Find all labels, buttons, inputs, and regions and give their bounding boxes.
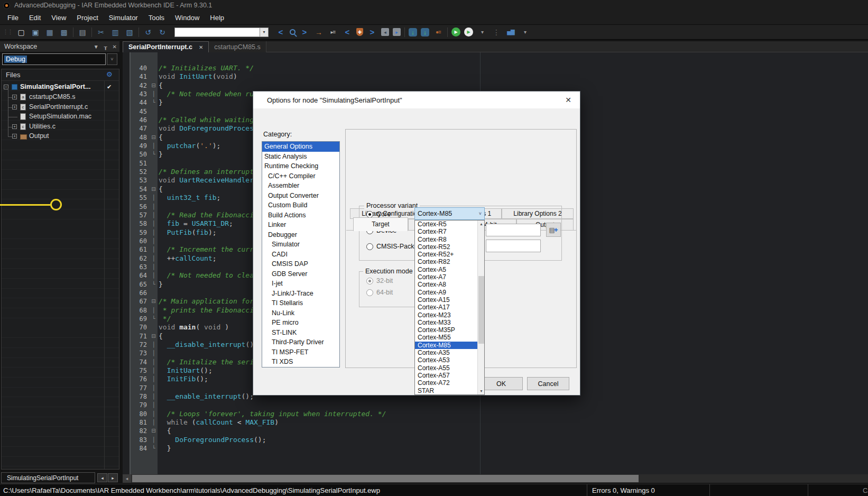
breakpoint-cell[interactable] xyxy=(123,107,131,116)
menu-window[interactable]: Window xyxy=(170,11,205,24)
workspace-config-chevron-icon[interactable]: ˅ xyxy=(107,53,117,65)
cut-icon[interactable]: ✂ xyxy=(96,26,106,38)
step-list-icon[interactable]: ▸≡ xyxy=(328,26,338,38)
breakpoint-cell[interactable] xyxy=(123,332,131,341)
prev-statement-icon[interactable]: < xyxy=(342,26,353,38)
breakpoint-cell[interactable] xyxy=(123,228,131,237)
category-item[interactable]: Linker xyxy=(262,220,339,230)
copy-icon[interactable]: ▥ xyxy=(110,26,121,38)
breakpoint-cell[interactable] xyxy=(123,315,131,323)
category-item[interactable]: Custom Build xyxy=(262,200,339,210)
breakpoint-cell[interactable] xyxy=(123,280,131,289)
fold-marker[interactable]: ⊟ xyxy=(150,297,158,306)
breakpoint-cell[interactable] xyxy=(123,168,131,176)
paste-icon[interactable]: ▧ xyxy=(124,26,135,38)
redo-icon[interactable]: ↻ xyxy=(157,26,168,38)
breakpoint-cell[interactable] xyxy=(123,341,131,349)
category-item[interactable]: ST-LINK xyxy=(262,328,339,338)
dropdown-scroll-thumb[interactable] xyxy=(478,276,484,344)
dropdown-item[interactable]: Cortex-M33 xyxy=(415,319,477,326)
dropdown-item[interactable]: Cortex-M85 xyxy=(415,342,477,349)
category-item[interactable]: Static Analysis xyxy=(262,152,339,162)
category-item[interactable]: I-jet xyxy=(262,279,339,289)
workspace-config-value[interactable]: Debug xyxy=(2,53,106,65)
dropdown-item[interactable]: Cortex-A8 xyxy=(415,281,477,288)
dropdown-item[interactable]: Cortex-A72 xyxy=(415,379,477,387)
breakpoint-cell[interactable] xyxy=(123,349,131,357)
category-item[interactable]: Build Actions xyxy=(262,210,339,221)
goto-source-icon[interactable]: → xyxy=(313,26,324,38)
breakpoint-cell[interactable] xyxy=(123,306,131,315)
workspace-tab-next-icon[interactable]: ▸ xyxy=(108,473,118,482)
breakpoint-cell[interactable] xyxy=(123,358,131,366)
breakpoint-cell[interactable] xyxy=(123,366,131,375)
menu-help[interactable]: Help xyxy=(205,11,229,24)
panel-pin-icon[interactable]: ┰ xyxy=(101,44,110,50)
fold-marker[interactable]: ⊟ xyxy=(150,81,158,90)
expand-icon[interactable]: + xyxy=(12,95,17,99)
debug-without-download-icon[interactable]: ▶ xyxy=(464,27,473,36)
category-list[interactable]: General OptionsStatic AnalysisRuntime Ch… xyxy=(262,141,340,368)
menu-simulator[interactable]: Simulator xyxy=(104,11,143,24)
panel-menu-chevron-icon[interactable]: ▼ xyxy=(91,44,101,50)
breakpoint-cell[interactable] xyxy=(123,81,131,90)
prev-file-icon[interactable]: ◂ xyxy=(381,28,389,36)
breakpoint-cell[interactable] xyxy=(123,410,131,418)
hscroll-thumb[interactable] xyxy=(132,475,639,482)
breakpoint-cell[interactable] xyxy=(123,323,131,332)
category-item[interactable]: PE micro xyxy=(262,318,339,328)
device-field[interactable] xyxy=(486,224,541,236)
category-item[interactable]: CADI xyxy=(262,250,339,260)
run-debug-icon[interactable]: ▶ xyxy=(451,27,460,36)
menu-project[interactable]: Project xyxy=(71,11,103,24)
tab-close-icon[interactable]: ✕ xyxy=(199,44,203,50)
breakpoint-cell[interactable] xyxy=(123,185,131,194)
scroll-up-icon[interactable]: ▲ xyxy=(478,221,485,227)
category-item[interactable]: Assembler xyxy=(262,181,339,191)
dropdown-item[interactable]: Cortex-A5 xyxy=(415,266,477,273)
breakpoint-cell[interactable] xyxy=(123,271,131,280)
profiler-bars-icon[interactable]: ▅▇ xyxy=(505,26,516,38)
overflow-chevron2-icon[interactable]: ▾ xyxy=(520,26,530,38)
breakpoint-cell[interactable] xyxy=(123,237,131,245)
dialog-close-icon[interactable]: ✕ xyxy=(564,95,573,105)
next-statement-icon[interactable]: > xyxy=(367,26,377,38)
workspace-tab-prev-icon[interactable]: ◂ xyxy=(97,473,107,482)
gear-icon[interactable]: ⚙ xyxy=(106,70,113,78)
nav-back-icon[interactable]: < xyxy=(275,26,286,38)
toolbar-search-combo[interactable]: ▾ xyxy=(174,27,269,37)
device-browse-button[interactable]: ▤✚ xyxy=(546,223,561,237)
open-document-icon[interactable]: ▣ xyxy=(30,26,41,38)
dropdown-item[interactable]: Cortex-A9 xyxy=(415,289,477,296)
menu-edit[interactable]: Edit xyxy=(24,11,46,24)
dropdown-item[interactable]: Cortex-A7 xyxy=(415,273,477,281)
breakpoint-cell[interactable] xyxy=(123,98,131,107)
toolbar-grip-dots-icon[interactable]: ⋮ xyxy=(491,26,502,38)
breakpoint-cell[interactable] xyxy=(123,427,131,435)
breakpoint-cell[interactable] xyxy=(123,401,131,409)
save-all-icon[interactable]: ▩ xyxy=(59,26,69,38)
tree-item[interactable]: SetupSimulation.mac xyxy=(2,112,104,122)
toolbar-search-chevron-icon[interactable]: ▾ xyxy=(260,27,269,37)
tree-item[interactable]: +cUtilities.c xyxy=(2,122,104,132)
toolbar-search-input[interactable] xyxy=(174,27,260,37)
dropdown-item[interactable]: Cortex-A15 xyxy=(415,296,477,304)
breakpoint-cell[interactable] xyxy=(123,133,131,142)
tab-target[interactable]: Target xyxy=(353,217,408,231)
breakpoint-cell[interactable] xyxy=(123,219,131,228)
cancel-button[interactable]: Cancel xyxy=(527,377,569,390)
tree-item[interactable]: +acstartupCM85.s xyxy=(2,93,104,102)
dialog-title-bar[interactable]: Options for node "SimulatingSerialPortIn… xyxy=(253,91,580,108)
menu-view[interactable]: View xyxy=(46,11,71,24)
breakpoint-cell[interactable] xyxy=(123,263,131,271)
category-item[interactable]: TI XDS xyxy=(262,357,339,367)
dropdown-item[interactable]: Cortex-M23 xyxy=(415,311,477,319)
new-document-icon[interactable]: ▢ xyxy=(16,26,26,38)
category-item[interactable]: Third-Party Driver xyxy=(262,337,339,347)
dropdown-item[interactable]: Cortex-R82 xyxy=(415,258,477,265)
category-item[interactable]: CMSIS DAP xyxy=(262,259,339,269)
breakpoint-cell[interactable] xyxy=(123,176,131,185)
save-icon[interactable]: ▦ xyxy=(44,26,55,38)
expand-icon[interactable]: + xyxy=(12,134,17,139)
tab-serialportinterrupt[interactable]: SerialPortInterrupt.c ✕ xyxy=(123,41,209,52)
